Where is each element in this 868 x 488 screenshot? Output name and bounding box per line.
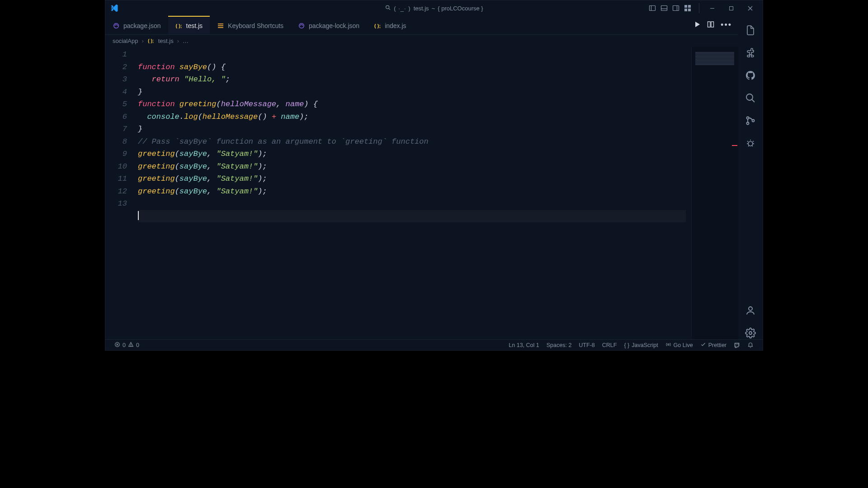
toggle-left-panel-icon[interactable] bbox=[647, 3, 657, 13]
status-bell-icon[interactable] bbox=[744, 342, 757, 348]
maximize-button[interactable] bbox=[722, 1, 740, 15]
customize-layout-icon[interactable] bbox=[683, 3, 693, 13]
minimize-button[interactable] bbox=[703, 1, 721, 15]
tab-package-lock-json[interactable]: package-lock.json bbox=[291, 16, 367, 34]
tab-label: Keyboard Shortcuts bbox=[228, 22, 283, 29]
status-encoding[interactable]: UTF-8 bbox=[575, 342, 598, 348]
error-icon bbox=[114, 342, 120, 349]
svg-rect-9 bbox=[684, 9, 687, 11]
tab-package-json[interactable]: package.json bbox=[105, 16, 168, 34]
js-icon: ( ); bbox=[147, 37, 155, 44]
svg-point-15 bbox=[114, 23, 119, 28]
status-position[interactable]: Ln 13, Col 1 bbox=[505, 342, 542, 348]
svg-rect-12 bbox=[729, 6, 733, 10]
tab-index-js[interactable]: ( ); index.js bbox=[367, 16, 413, 34]
status-bar: 0 0 Ln 13, Col 1 Spaces: 2 UTF-8 CRLF { … bbox=[105, 339, 763, 350]
keyboard-icon bbox=[217, 22, 224, 29]
toggle-right-panel-icon[interactable] bbox=[671, 3, 681, 13]
status-indent[interactable]: Spaces: 2 bbox=[543, 342, 576, 348]
svg-point-34 bbox=[667, 343, 669, 345]
status-golive[interactable]: Go Live bbox=[662, 342, 697, 349]
chevron-right-icon: › bbox=[142, 38, 143, 44]
js-icon: ( ); bbox=[374, 22, 381, 29]
close-button[interactable] bbox=[741, 1, 759, 15]
breadcrumb-root: socialApp bbox=[113, 38, 138, 44]
minimap-marker bbox=[732, 145, 737, 146]
layout-controls bbox=[647, 3, 699, 13]
extensions-icon[interactable] bbox=[744, 47, 757, 59]
titlebar: ( ·_· ) test.js ~ { proLCOcourse } bbox=[105, 0, 763, 16]
svg-point-23 bbox=[747, 117, 749, 119]
svg-point-25 bbox=[752, 120, 755, 122]
breadcrumb-more: … bbox=[183, 38, 189, 44]
chevron-right-icon: › bbox=[177, 38, 179, 44]
window-title: ( ·_· ) test.js ~ { proLCOcourse } bbox=[385, 5, 483, 12]
more-actions-icon[interactable]: ••• bbox=[721, 20, 732, 30]
svg-point-24 bbox=[747, 122, 749, 125]
tab-label: test.js bbox=[186, 22, 203, 29]
svg-point-22 bbox=[746, 94, 753, 100]
explorer-icon[interactable] bbox=[744, 24, 757, 37]
json-icon bbox=[298, 22, 305, 29]
svg-rect-21 bbox=[711, 22, 714, 27]
run-icon[interactable] bbox=[693, 21, 701, 30]
text-cursor bbox=[138, 211, 139, 220]
minimap-content bbox=[695, 52, 734, 66]
svg-point-27 bbox=[749, 307, 752, 310]
svg-rect-3 bbox=[661, 6, 667, 11]
breadcrumb[interactable]: socialApp › ( ); test.js › … bbox=[105, 35, 738, 47]
account-icon[interactable] bbox=[744, 304, 757, 317]
svg-rect-20 bbox=[708, 22, 711, 27]
tab-keyboard-shortcuts[interactable]: Keyboard Shortcuts bbox=[210, 16, 291, 34]
svg-point-28 bbox=[749, 332, 752, 334]
line-gutter: 12345678910111213 bbox=[105, 47, 138, 339]
check-icon bbox=[700, 342, 706, 349]
minimap[interactable] bbox=[691, 47, 738, 339]
status-twitch-icon[interactable] bbox=[730, 342, 744, 348]
json-icon bbox=[113, 22, 120, 29]
tab-label: index.js bbox=[385, 22, 406, 29]
status-prettier[interactable]: Prettier bbox=[697, 342, 730, 349]
svg-rect-10 bbox=[688, 9, 691, 11]
status-problems[interactable]: 0 0 bbox=[111, 342, 143, 349]
svg-point-33 bbox=[131, 345, 131, 346]
split-editor-icon[interactable] bbox=[707, 21, 714, 30]
github-icon[interactable] bbox=[744, 69, 757, 82]
svg-rect-16 bbox=[218, 23, 223, 24]
code-area[interactable]: function sayBye() { return "Hello, ";}fu… bbox=[138, 47, 691, 339]
warning-icon bbox=[128, 342, 134, 349]
js-icon: ( ); bbox=[175, 22, 183, 29]
svg-rect-5 bbox=[673, 6, 679, 11]
tab-test-js[interactable]: ( ); test.js bbox=[168, 16, 210, 34]
svg-point-0 bbox=[386, 5, 389, 9]
status-eol[interactable]: CRLF bbox=[599, 342, 621, 348]
settings-gear-icon[interactable] bbox=[744, 327, 757, 339]
source-control-icon[interactable] bbox=[744, 114, 757, 127]
svg-rect-8 bbox=[688, 5, 691, 8]
breadcrumb-file: test.js bbox=[158, 38, 174, 44]
tab-label: package.json bbox=[123, 22, 161, 29]
svg-rect-18 bbox=[218, 27, 223, 28]
svg-rect-7 bbox=[684, 5, 687, 8]
svg-point-19 bbox=[299, 23, 304, 28]
debug-icon[interactable] bbox=[744, 137, 757, 150]
search-icon bbox=[385, 5, 391, 12]
toggle-bottom-panel-icon[interactable] bbox=[659, 3, 669, 13]
editor-tabs: package.json ( ); test.js Keyboard Short… bbox=[105, 16, 738, 35]
activity-bar bbox=[738, 16, 763, 339]
braces-icon: { } bbox=[624, 342, 629, 348]
search-icon[interactable] bbox=[744, 92, 757, 104]
svg-rect-17 bbox=[218, 25, 223, 26]
status-language[interactable]: { } JavaScript bbox=[620, 342, 661, 348]
svg-rect-1 bbox=[650, 6, 656, 11]
broadcast-icon bbox=[665, 342, 671, 349]
vscode-icon bbox=[109, 3, 120, 14]
code-editor[interactable]: 12345678910111213 function sayBye() { re… bbox=[105, 47, 738, 339]
tab-label: package-lock.json bbox=[309, 22, 359, 29]
